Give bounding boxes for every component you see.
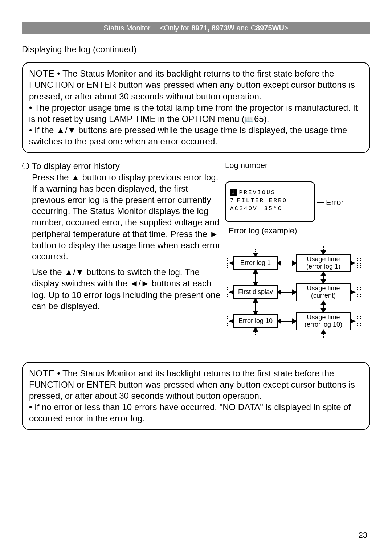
only-for: <Only for 8971, 8973W and C8975WU> — [160, 24, 289, 32]
right-arrow-icon — [141, 278, 150, 288]
note1-line2: • The projector usage time is the total … — [29, 103, 358, 124]
note2-line1: • The Status Monitor and its backlight r… — [29, 368, 355, 401]
pointer-line-icon — [317, 202, 324, 203]
note1-ref: 65 — [254, 114, 264, 124]
note1-line1: • The Status Monitor and its backlight r… — [29, 69, 355, 101]
book-icon — [245, 113, 254, 124]
mid-section: To display error history Press the butto… — [22, 160, 370, 353]
note1-line3b: buttons are pressed while the usage time… — [29, 125, 347, 146]
up-arrow-icon — [71, 172, 80, 182]
note1-line3a: • If the — [29, 125, 56, 135]
svg-text:(error log 10): (error log 10) — [305, 321, 342, 328]
row1-index: 1 — [230, 189, 237, 197]
note-lead: NOTE — [29, 368, 55, 378]
svg-marker-35 — [351, 319, 356, 323]
state-diagram: Error log 1 First display Error log 10 U… — [225, 242, 363, 353]
up-arrow-icon — [56, 125, 65, 135]
display-row-3: AC240V 35°C — [230, 205, 310, 213]
svg-marker-28 — [253, 328, 258, 331]
manual-page: Status Monitor <Only for 8971, 8973W and… — [0, 0, 392, 556]
display-row-1: 1 PREVIOUS — [230, 189, 310, 197]
left-para-1: Press the button to display previous err… — [32, 172, 221, 262]
svg-marker-30 — [229, 261, 234, 265]
section-header: Status Monitor <Only for 8971, 8973W and… — [22, 22, 370, 34]
svg-marker-17 — [277, 319, 281, 323]
row2-text: FILTER ERRO — [237, 197, 287, 205]
svg-marker-21 — [253, 311, 258, 315]
down-arrow-icon — [75, 267, 84, 277]
bullet-heading: To display error history — [22, 160, 221, 172]
pointer-line — [234, 173, 234, 181]
page-subtitle: Displaying the log (continued) — [22, 44, 370, 55]
error-pointer: Error — [317, 197, 344, 208]
svg-marker-16 — [293, 319, 296, 323]
down-arrow-icon — [68, 125, 76, 135]
svg-marker-33 — [351, 261, 356, 265]
svg-marker-13 — [277, 261, 281, 265]
box-firstdisplay: First display — [238, 288, 273, 295]
svg-marker-14 — [293, 290, 296, 294]
log-number-label: Log number — [225, 160, 370, 171]
row2-index: 7 — [230, 197, 235, 205]
error-log-caption: Error log (example) — [229, 226, 370, 236]
svg-marker-20 — [253, 299, 258, 302]
right-arrow-icon — [210, 229, 219, 239]
row3-left: AC240V — [230, 205, 258, 213]
left-arrow-icon — [130, 278, 138, 288]
row3-right: 35°C — [264, 205, 282, 213]
svg-marker-31 — [229, 290, 234, 294]
row1-text: PREVIOUS — [239, 189, 276, 197]
note-box-2: NOTE • The Status Monitor and its backli… — [22, 362, 370, 430]
display-row-2: 7 FILTER ERRO — [230, 197, 310, 205]
svg-marker-19 — [253, 282, 258, 286]
note2-line2: • If no error or less than 10 errors hav… — [29, 402, 351, 423]
box-errorlog1: Error log 1 — [240, 259, 271, 266]
svg-text:Usage time: Usage time — [307, 255, 340, 263]
diagram-svg: Error log 1 First display Error log 10 U… — [225, 242, 363, 351]
status-monitor-display: 1 PREVIOUS 7 FILTER ERRO AC240V 35°C — [225, 181, 315, 222]
up-arrow-icon — [64, 267, 73, 277]
svg-marker-12 — [293, 261, 296, 265]
box-errorlog10: Error log 10 — [238, 317, 273, 324]
svg-marker-34 — [351, 290, 356, 294]
svg-marker-18 — [253, 270, 258, 273]
svg-marker-24 — [321, 301, 326, 304]
note1-line2-tail: ). — [264, 114, 269, 124]
left-column: To display error history Press the butto… — [22, 160, 221, 353]
right-column: Log number 1 PREVIOUS 7 FILTER ERRO AC24… — [225, 160, 370, 353]
svg-marker-23 — [321, 280, 326, 283]
svg-marker-29 — [321, 330, 326, 334]
section-name: Status Monitor — [103, 24, 150, 32]
svg-marker-25 — [321, 309, 326, 312]
svg-text:Usage time: Usage time — [307, 285, 340, 292]
svg-text:Usage time: Usage time — [307, 314, 340, 321]
note-box-1: NOTE • The Status Monitor and its backli… — [22, 62, 370, 153]
svg-text:(current): (current) — [311, 292, 336, 299]
error-label: Error — [326, 197, 344, 208]
svg-marker-32 — [229, 319, 234, 323]
page-number: 23 — [359, 530, 367, 541]
svg-marker-22 — [321, 272, 326, 275]
log-display-wrap: 1 PREVIOUS 7 FILTER ERRO AC240V 35°C Err… — [225, 181, 370, 222]
svg-text:(error log 1): (error log 1) — [306, 263, 340, 270]
left-para-2: Use the / buttons to switch the log. The… — [32, 266, 221, 312]
note-lead: NOTE — [29, 69, 55, 78]
svg-marker-27 — [321, 251, 326, 254]
svg-marker-26 — [253, 253, 258, 257]
svg-marker-15 — [277, 290, 281, 294]
